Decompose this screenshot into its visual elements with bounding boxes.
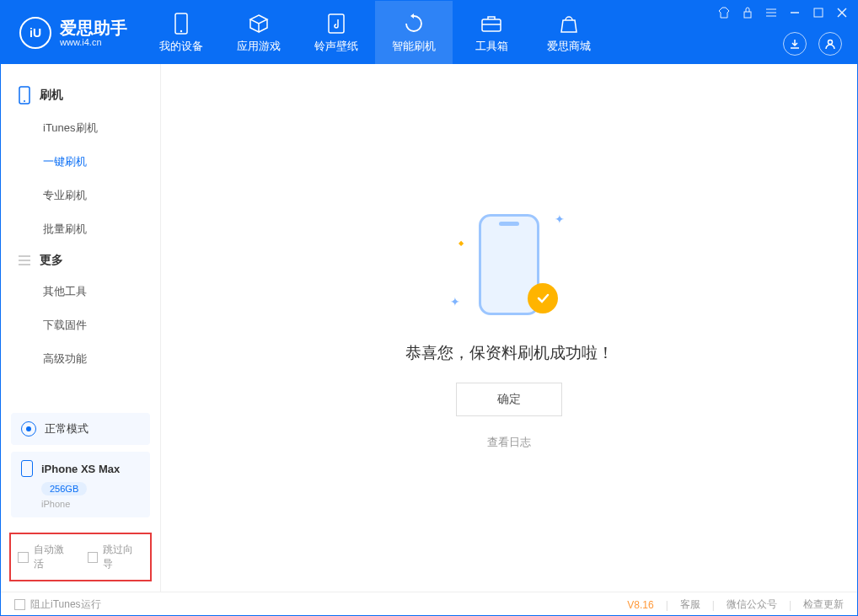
bag-icon xyxy=(559,12,579,35)
tab-label: 工具箱 xyxy=(475,39,508,54)
device-phone-icon xyxy=(21,460,33,477)
tab-label: 应用游戏 xyxy=(237,39,281,54)
separator: | xyxy=(712,599,715,611)
footer: 阻止iTunes运行 V8.16 | 客服 | 微信公众号 | 检查更新 xyxy=(1,592,857,616)
device-type: iPhone xyxy=(41,499,140,509)
group-title: 刷机 xyxy=(40,88,63,103)
body: 刷机 iTunes刷机 一键刷机 专业刷机 批量刷机 更多 其他工具 下载固件 … xyxy=(1,64,857,592)
header-right-buttons xyxy=(783,32,842,56)
device-name-row: iPhone XS Max xyxy=(21,460,140,477)
view-log-link[interactable]: 查看日志 xyxy=(487,435,531,450)
logo-icon: iU xyxy=(19,17,51,49)
wechat-link[interactable]: 微信公众号 xyxy=(727,597,777,612)
toolbox-icon xyxy=(480,12,502,35)
version-label: V8.16 xyxy=(627,599,653,611)
sidebar-item-batch-flash[interactable]: 批量刷机 xyxy=(1,212,160,246)
checkbox-label: 自动激活 xyxy=(34,543,74,571)
svg-point-14 xyxy=(829,40,833,45)
svg-point-2 xyxy=(180,29,182,31)
separator: | xyxy=(789,599,791,611)
success-message: 恭喜您，保资料刷机成功啦！ xyxy=(405,342,614,364)
music-file-icon xyxy=(327,12,346,35)
separator: | xyxy=(666,599,668,611)
refresh-icon xyxy=(403,12,425,35)
svg-text:iU: iU xyxy=(29,26,41,40)
tab-apps-games[interactable]: 应用游戏 xyxy=(220,1,298,64)
sidebar: 刷机 iTunes刷机 一键刷机 专业刷机 批量刷机 更多 其他工具 下载固件 … xyxy=(1,64,161,592)
window-controls xyxy=(717,6,849,19)
tab-label: 铃声壁纸 xyxy=(314,39,358,54)
user-button[interactable] xyxy=(818,32,842,56)
success-illustration: ✦ ✦ ◆ xyxy=(450,206,568,324)
footer-right: V8.16 | 客服 | 微信公众号 | 检查更新 xyxy=(627,597,844,612)
checkbox-auto-activate[interactable]: 自动激活 xyxy=(18,543,74,571)
device-icon xyxy=(174,12,189,35)
sidebar-item-advanced[interactable]: 高级功能 xyxy=(1,342,160,376)
cube-icon xyxy=(248,12,270,35)
svg-rect-4 xyxy=(482,19,501,31)
device-name: iPhone XS Max xyxy=(41,463,120,475)
sidebar-item-itunes-flash[interactable]: iTunes刷机 xyxy=(1,111,160,145)
sidebar-item-one-click-flash[interactable]: 一键刷机 xyxy=(1,145,160,179)
tab-label: 智能刷机 xyxy=(392,39,436,54)
menu-icon[interactable] xyxy=(764,6,778,19)
checkbox-icon xyxy=(88,552,99,563)
device-box[interactable]: iPhone XS Max 256GB iPhone xyxy=(11,452,150,517)
sidebar-group-flash: 刷机 xyxy=(1,79,160,111)
app-url: www.i4.cn xyxy=(60,37,127,47)
svg-point-16 xyxy=(24,100,25,102)
tshirt-icon[interactable] xyxy=(717,6,731,19)
sparkle-icon: ✦ xyxy=(555,212,565,226)
svg-rect-3 xyxy=(329,14,344,33)
svg-rect-6 xyxy=(744,12,751,18)
header: iU 爱思助手 www.i4.cn 我的设备 应用游戏 铃声壁纸 智能刷机 工具… xyxy=(1,1,857,64)
maximize-button[interactable] xyxy=(812,6,825,19)
checkbox-label: 跳过向导 xyxy=(103,543,143,571)
sidebar-item-pro-flash[interactable]: 专业刷机 xyxy=(1,179,160,212)
tab-label: 爱思商城 xyxy=(547,39,591,54)
lock-icon[interactable] xyxy=(741,6,754,19)
mode-label: 正常模式 xyxy=(45,421,88,437)
mode-box[interactable]: 正常模式 xyxy=(11,413,150,445)
group-title: 更多 xyxy=(40,253,63,268)
tab-smart-flash[interactable]: 智能刷机 xyxy=(375,1,453,64)
svg-rect-11 xyxy=(814,8,823,17)
app-name: 爱思助手 xyxy=(60,19,127,37)
header-tabs: 我的设备 应用游戏 铃声壁纸 智能刷机 工具箱 爱思商城 xyxy=(142,1,608,64)
list-icon xyxy=(18,254,31,266)
sidebar-group-more: 更多 xyxy=(1,246,160,275)
sparkle-icon: ◆ xyxy=(458,239,464,247)
phone-icon xyxy=(18,86,31,104)
support-link[interactable]: 客服 xyxy=(680,597,700,612)
close-button[interactable] xyxy=(835,6,849,19)
checkbox-icon xyxy=(18,552,29,563)
confirm-button[interactable]: 确定 xyxy=(456,383,562,416)
sidebar-item-other-tools[interactable]: 其他工具 xyxy=(1,275,160,308)
sidebar-item-download-firmware[interactable]: 下载固件 xyxy=(1,308,160,342)
tab-label: 我的设备 xyxy=(159,39,203,54)
tab-store[interactable]: 爱思商城 xyxy=(530,1,608,64)
main-content: ✦ ✦ ◆ 恭喜您，保资料刷机成功啦！ 确定 查看日志 xyxy=(161,64,857,592)
checkbox-label: 阻止iTunes运行 xyxy=(30,597,101,612)
storage-badge: 256GB xyxy=(41,482,87,495)
mode-indicator-icon xyxy=(21,421,36,437)
highlighted-checkbox-row: 自动激活 跳过向导 xyxy=(9,533,152,581)
tab-toolbox[interactable]: 工具箱 xyxy=(453,1,530,64)
sparkle-icon: ✦ xyxy=(450,295,460,308)
checkbox-block-itunes[interactable]: 阻止iTunes运行 xyxy=(14,597,101,612)
download-button[interactable] xyxy=(783,32,807,56)
checkbox-icon xyxy=(14,599,25,610)
tab-my-device[interactable]: 我的设备 xyxy=(142,1,220,64)
checkbox-skip-guide[interactable]: 跳过向导 xyxy=(88,543,144,571)
tab-ringtone-wallpaper[interactable]: 铃声壁纸 xyxy=(298,1,375,64)
success-check-icon xyxy=(528,283,558,313)
minimize-button[interactable] xyxy=(788,6,802,19)
app-logo: iU 爱思助手 www.i4.cn xyxy=(1,17,142,49)
check-update-link[interactable]: 检查更新 xyxy=(803,597,844,612)
